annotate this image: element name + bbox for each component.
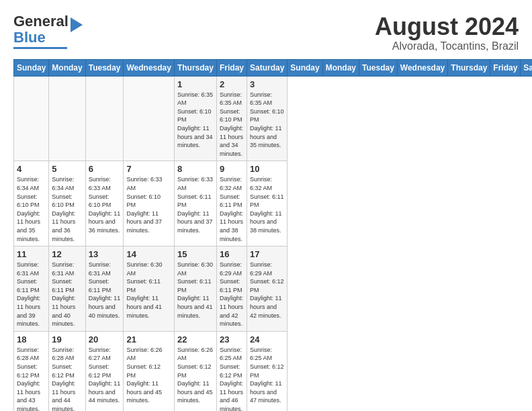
sunrise-text: Sunrise: 6:35 AM	[220, 91, 242, 107]
sunset-text: Sunset: 6:10 PM	[250, 108, 284, 124]
daylight-text: Daylight: 11 hours and 45 minutes.	[177, 380, 213, 404]
sunrise-text: Sunrise: 6:35 AM	[177, 91, 213, 107]
day-number: 17	[250, 249, 284, 259]
day-info: Sunrise: 6:35 AM Sunset: 6:10 PM Dayligh…	[250, 91, 284, 150]
sunrise-text: Sunrise: 6:25 AM	[220, 347, 242, 362]
day-of-week-header: Tuesday	[359, 59, 398, 76]
day-info: Sunrise: 6:35 AM Sunset: 6:10 PM Dayligh…	[177, 91, 214, 150]
sunrise-text: Sunrise: 6:32 AM	[250, 176, 272, 191]
calendar-cell: 23 Sunrise: 6:25 AM Sunset: 6:12 PM Dayl…	[216, 331, 247, 411]
daylight-text: Daylight: 11 hours and 44 minutes.	[89, 380, 121, 404]
sunset-text: Sunset: 6:11 PM	[52, 278, 75, 293]
sunrise-text: Sunrise: 6:34 AM	[52, 176, 74, 191]
sunrise-text: Sunrise: 6:26 AM	[126, 347, 162, 362]
day-number: 5	[52, 164, 82, 174]
sunrise-text: Sunrise: 6:27 AM	[89, 347, 111, 362]
daylight-text: Daylight: 11 hours and 37 minutes.	[177, 210, 213, 234]
daylight-text: Daylight: 11 hours and 42 minutes.	[220, 295, 243, 327]
day-number: 12	[52, 249, 82, 259]
day-number: 6	[89, 164, 121, 174]
daylight-text: Daylight: 11 hours and 40 minutes.	[52, 295, 75, 327]
sunrise-text: Sunrise: 6:26 AM	[177, 347, 213, 362]
day-of-week-header: Saturday	[521, 59, 532, 76]
daylight-text: Daylight: 11 hours and 34 minutes.	[220, 125, 243, 157]
logo: General Blue	[13, 13, 83, 49]
calendar-cell	[85, 76, 124, 161]
day-info: Sunrise: 6:26 AM Sunset: 6:12 PM Dayligh…	[126, 346, 171, 405]
daylight-text: Daylight: 11 hours and 34 minutes.	[177, 125, 213, 148]
sunset-text: Sunset: 6:11 PM	[17, 278, 40, 293]
day-of-week-header: Thursday	[174, 59, 216, 76]
day-number: 1	[177, 79, 214, 89]
sunrise-text: Sunrise: 6:33 AM	[177, 176, 213, 191]
day-info: Sunrise: 6:34 AM Sunset: 6:10 PM Dayligh…	[52, 175, 82, 243]
daylight-text: Daylight: 11 hours and 46 minutes.	[220, 380, 243, 411]
day-info: Sunrise: 6:29 AM Sunset: 6:11 PM Dayligh…	[220, 261, 244, 328]
sunset-text: Sunset: 6:10 PM	[177, 108, 212, 124]
day-number: 4	[17, 164, 46, 174]
sunset-text: Sunset: 6:12 PM	[89, 363, 112, 379]
day-of-week-header: Monday	[49, 59, 85, 76]
sunrise-text: Sunrise: 6:30 AM	[126, 261, 162, 277]
day-of-week-header: Wednesday	[397, 59, 447, 76]
day-number: 13	[89, 249, 121, 259]
calendar-cell: 10 Sunrise: 6:32 AM Sunset: 6:11 PM Dayl…	[247, 161, 287, 246]
day-of-week-header: Tuesday	[85, 59, 124, 76]
sunset-text: Sunset: 6:10 PM	[17, 193, 40, 209]
sunset-text: Sunset: 6:11 PM	[220, 278, 242, 293]
sunset-text: Sunset: 6:11 PM	[89, 278, 112, 293]
sunset-text: Sunset: 6:10 PM	[126, 193, 161, 209]
day-info: Sunrise: 6:25 AM Sunset: 6:12 PM Dayligh…	[250, 346, 284, 405]
day-of-week-header: Wednesday	[124, 59, 174, 76]
calendar-week-row: 1 Sunrise: 6:35 AM Sunset: 6:10 PM Dayli…	[14, 76, 533, 161]
logo-text: General Blue	[13, 13, 69, 46]
calendar-cell: 8 Sunrise: 6:33 AM Sunset: 6:11 PM Dayli…	[174, 161, 216, 246]
sunset-text: Sunset: 6:10 PM	[89, 193, 112, 209]
day-info: Sunrise: 6:29 AM Sunset: 6:12 PM Dayligh…	[250, 261, 284, 320]
sunset-text: Sunset: 6:12 PM	[126, 363, 161, 379]
daylight-text: Daylight: 11 hours and 35 minutes.	[17, 210, 40, 242]
sunset-text: Sunset: 6:10 PM	[220, 108, 242, 124]
daylight-text: Daylight: 11 hours and 38 minutes.	[220, 210, 243, 242]
page-header: General Blue August 2024 Alvorada, Tocan…	[13, 13, 519, 52]
day-info: Sunrise: 6:33 AM Sunset: 6:11 PM Dayligh…	[177, 175, 214, 234]
logo-underline	[13, 47, 67, 49]
logo-arrow-icon	[71, 17, 83, 32]
calendar-week-row: 4 Sunrise: 6:34 AM Sunset: 6:10 PM Dayli…	[14, 161, 533, 246]
calendar-cell: 19 Sunrise: 6:28 AM Sunset: 6:12 PM Dayl…	[49, 331, 85, 411]
day-info: Sunrise: 6:28 AM Sunset: 6:12 PM Dayligh…	[17, 346, 46, 411]
calendar-cell: 20 Sunrise: 6:27 AM Sunset: 6:12 PM Dayl…	[85, 331, 124, 411]
calendar-cell	[14, 76, 49, 161]
calendar-cell: 3 Sunrise: 6:35 AM Sunset: 6:10 PM Dayli…	[247, 76, 287, 161]
day-of-week-header: Saturday	[247, 59, 287, 76]
daylight-text: Daylight: 11 hours and 43 minutes.	[17, 380, 40, 411]
calendar-cell: 2 Sunrise: 6:35 AM Sunset: 6:10 PM Dayli…	[216, 76, 247, 161]
daylight-text: Daylight: 11 hours and 40 minutes.	[89, 295, 121, 318]
sunrise-text: Sunrise: 6:33 AM	[89, 176, 111, 191]
daylight-text: Daylight: 11 hours and 38 minutes.	[250, 210, 282, 234]
day-of-week-header: Sunday	[287, 59, 322, 76]
daylight-text: Daylight: 11 hours and 35 minutes.	[250, 125, 282, 148]
calendar-cell: 6 Sunrise: 6:33 AM Sunset: 6:10 PM Dayli…	[85, 161, 124, 246]
sunset-text: Sunset: 6:12 PM	[52, 363, 75, 379]
day-number: 21	[126, 334, 171, 345]
sunrise-text: Sunrise: 6:28 AM	[17, 347, 39, 362]
sunrise-text: Sunrise: 6:25 AM	[250, 347, 272, 362]
daylight-text: Daylight: 11 hours and 36 minutes.	[89, 210, 121, 234]
day-info: Sunrise: 6:25 AM Sunset: 6:12 PM Dayligh…	[220, 346, 244, 411]
day-info: Sunrise: 6:27 AM Sunset: 6:12 PM Dayligh…	[89, 346, 121, 405]
daylight-text: Daylight: 11 hours and 39 minutes.	[17, 295, 40, 327]
sunset-text: Sunset: 6:12 PM	[177, 363, 212, 379]
day-of-week-header: Thursday	[448, 59, 490, 76]
sunrise-text: Sunrise: 6:34 AM	[17, 176, 39, 191]
calendar-cell: 12 Sunrise: 6:31 AM Sunset: 6:11 PM Dayl…	[49, 246, 85, 332]
day-number: 18	[17, 334, 46, 345]
calendar-cell: 24 Sunrise: 6:25 AM Sunset: 6:12 PM Dayl…	[247, 331, 287, 411]
calendar-cell: 13 Sunrise: 6:31 AM Sunset: 6:11 PM Dayl…	[85, 246, 124, 332]
calendar-cell: 4 Sunrise: 6:34 AM Sunset: 6:10 PM Dayli…	[14, 161, 49, 246]
sunrise-text: Sunrise: 6:31 AM	[89, 261, 111, 277]
sunset-text: Sunset: 6:11 PM	[177, 278, 212, 293]
calendar-week-row: 11 Sunrise: 6:31 AM Sunset: 6:11 PM Dayl…	[14, 246, 533, 332]
calendar-cell: 7 Sunrise: 6:33 AM Sunset: 6:10 PM Dayli…	[124, 161, 174, 246]
day-number: 3	[250, 79, 284, 89]
